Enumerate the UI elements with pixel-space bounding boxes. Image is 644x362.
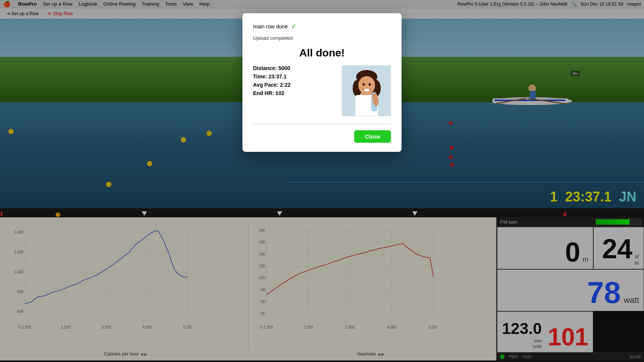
modal-pace-label: Avg Pace: bbox=[253, 82, 278, 88]
modal-header: main row done ✓ bbox=[253, 22, 391, 31]
modal-close-button[interactable]: Close bbox=[354, 130, 391, 143]
modal-hr-stat: End HR: 102 bbox=[253, 90, 336, 96]
modal-distance-stat: Distance: 5000 bbox=[253, 65, 336, 71]
svg-rect-16 bbox=[364, 89, 369, 91]
svg-point-14 bbox=[363, 83, 365, 86]
modal-image bbox=[342, 65, 391, 116]
modal-hr-label: End HR: bbox=[253, 90, 274, 96]
modal-body: Distance: 5000 Time: 23:37.1 Avg Pace: 2… bbox=[253, 65, 391, 116]
modal-stats: Distance: 5000 Time: 23:37.1 Avg Pace: 2… bbox=[253, 65, 336, 116]
modal-title: All done! bbox=[253, 47, 391, 59]
modal-upload: Upload completed bbox=[253, 35, 391, 41]
svg-point-13 bbox=[358, 76, 375, 94]
modal-pace-value: 2:22 bbox=[280, 82, 291, 88]
svg-point-15 bbox=[369, 83, 371, 86]
modal-main-row-done: main row done bbox=[253, 23, 288, 30]
modal-distance-value: 5000 bbox=[278, 65, 290, 71]
modal-time-value: 23:37.1 bbox=[269, 73, 286, 80]
modal-overlay: main row done ✓ Upload completed All don… bbox=[0, 0, 644, 362]
modal-distance-label: Distance: bbox=[253, 65, 277, 71]
modal-hr-value: 102 bbox=[275, 90, 284, 96]
modal-check-icon: ✓ bbox=[291, 22, 297, 31]
modal-pace-stat: Avg Pace: 2:22 bbox=[253, 82, 336, 88]
modal-time-label: Time: bbox=[253, 73, 267, 80]
modal-divider bbox=[253, 124, 391, 124]
modal-time-stat: Time: 23:37.1 bbox=[253, 73, 336, 80]
modal-dialog: main row done ✓ Upload completed All don… bbox=[242, 13, 402, 152]
